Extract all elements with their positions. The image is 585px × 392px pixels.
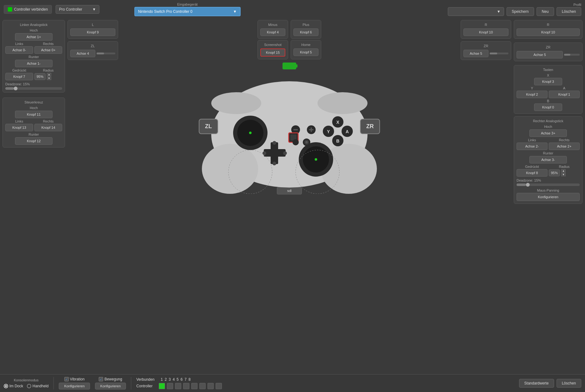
bewegung-checkbox[interactable]: ✓ Bewegung bbox=[99, 377, 122, 381]
left-radius-dropdown[interactable]: 95% bbox=[34, 73, 46, 80]
vibration-checkbox[interactable]: ✓ Vibration bbox=[64, 377, 85, 381]
zl-overlay-btn[interactable]: ZL bbox=[199, 119, 218, 134]
left-analog-panel: Linker Analogstick Hoch Achse 1+ Links A… bbox=[2, 20, 65, 93]
eingabe-label: Eingabegerät bbox=[177, 3, 198, 6]
ya-row: Y Knopf 2 A Knopf 1 bbox=[517, 86, 580, 98]
r-zr-section: R Knopf 10 ZR Achse 5 bbox=[461, 20, 511, 61]
im-dock-radio[interactable]: Im Dock bbox=[4, 384, 23, 388]
svg-text:A: A bbox=[346, 129, 349, 134]
zr-panel: ZR Achse 5 bbox=[461, 41, 511, 60]
svg-text:Y: Y bbox=[327, 129, 330, 134]
eingabe-dropdown[interactable]: Nintendo Switch Pro Controller 0 ▼ bbox=[134, 7, 241, 16]
minus-panel: Minus Knopf 4 bbox=[258, 20, 288, 39]
a-btn[interactable]: Knopf 1 bbox=[549, 91, 580, 98]
controller-label: Controller bbox=[136, 384, 152, 388]
verbunden-nums: 1 2 3 4 5 6 7 8 bbox=[161, 377, 191, 382]
zr-btn[interactable]: Achse 5 bbox=[463, 50, 488, 57]
right-links-btn[interactable]: Achse 2- bbox=[517, 143, 548, 150]
right-r-btn[interactable]: Knopf 10 bbox=[517, 28, 580, 36]
vibration-configure-btn[interactable]: Konfigurieren bbox=[59, 383, 90, 389]
standardwerte-button[interactable]: Standardwerte bbox=[519, 379, 554, 388]
neu-button[interactable]: Neu bbox=[537, 7, 554, 16]
handheld-label: Handheld bbox=[32, 384, 48, 388]
console-mode-radios: Im Dock Handheld bbox=[4, 384, 48, 388]
r-btn[interactable]: Knopf 10 bbox=[463, 28, 508, 36]
right-zr-btn[interactable]: Achse 5 bbox=[517, 51, 563, 58]
right-radius-up[interactable]: ▲ bbox=[561, 169, 566, 173]
zr-overlay-btn[interactable]: ZR bbox=[360, 119, 380, 134]
plus-panel: Plus Knopf 6 bbox=[291, 20, 321, 39]
right-radius-down[interactable]: ▼ bbox=[561, 173, 566, 176]
left-radius-up[interactable]: ▲ bbox=[47, 73, 51, 76]
ctrl-indicator-2 bbox=[167, 383, 173, 389]
left-hoch-btn[interactable]: Achse 1+ bbox=[15, 33, 52, 41]
profil-dropdown[interactable]: ▼ bbox=[448, 7, 504, 16]
right-deadzone-thumb[interactable] bbox=[526, 183, 530, 187]
dpad-hoch-btn[interactable]: Knopf 11 bbox=[15, 111, 52, 118]
verbunden-label: Verbunden bbox=[136, 377, 154, 382]
dpad-rechts-btn[interactable]: Knopf 14 bbox=[34, 124, 62, 131]
handheld-radio[interactable]: Handheld bbox=[27, 384, 48, 388]
minus-btn[interactable]: Knopf 4 bbox=[260, 28, 285, 36]
connect-label: Controller verbinden bbox=[14, 7, 48, 12]
dpad-links-btn[interactable]: Knopf 13 bbox=[5, 124, 33, 131]
top-bar: Controller verbinden Pro Controller ▼ Ei… bbox=[0, 0, 585, 19]
y-btn[interactable]: Knopf 2 bbox=[517, 91, 548, 98]
speichern-button[interactable]: Speichern bbox=[507, 7, 534, 16]
dpad-runter-btn[interactable]: Knopf 12 bbox=[15, 137, 52, 145]
rechts-label-left: Rechts bbox=[34, 42, 62, 46]
left-gedrückt-btn[interactable]: Knopf 7 bbox=[5, 73, 33, 80]
controller-indicators bbox=[159, 383, 222, 389]
zl-btn[interactable]: Achse 4 bbox=[70, 50, 95, 57]
radius-label-right: Radius bbox=[549, 165, 580, 168]
ctrl-indicator-5 bbox=[191, 383, 198, 389]
right-panel: R Knopf 10 ZR Achse 5 Tasten X K bbox=[514, 20, 582, 204]
profile-dropdown[interactable]: Pro Controller ▼ bbox=[56, 5, 99, 14]
plus-title: Plus bbox=[293, 23, 318, 27]
tasten-panel: Tasten X Knopf 3 Y Knopf 2 A Knopf 1 bbox=[514, 65, 582, 114]
connect-button[interactable]: Controller verbinden bbox=[4, 5, 52, 14]
left-links-btn[interactable]: Achse 0- bbox=[5, 46, 33, 54]
left-radius-down[interactable]: ▼ bbox=[47, 77, 51, 80]
left-runter-btn[interactable]: Achse 1- bbox=[15, 60, 52, 67]
num-8: 8 bbox=[188, 377, 191, 382]
screenshot-title: Screenshot bbox=[260, 43, 285, 47]
right-radius-dropdown[interactable]: 95% bbox=[549, 169, 560, 176]
screenshot-btn[interactable]: Knopf 15 bbox=[260, 48, 285, 57]
bottom-löschen-button[interactable]: Löschen bbox=[557, 379, 581, 388]
r-title: R bbox=[463, 23, 508, 27]
maus-konfigurieren-btn[interactable]: Konfigurieren bbox=[517, 193, 580, 201]
left-rechts-btn[interactable]: Achse 0+ bbox=[34, 46, 62, 54]
dpad-hoch-label: Hoch bbox=[5, 106, 62, 110]
vibration-check: ✓ bbox=[64, 377, 69, 381]
zr-title: ZR bbox=[463, 44, 508, 48]
right-zr-title: ZR bbox=[517, 45, 580, 49]
divider-1 bbox=[53, 377, 54, 389]
links-label-left: Links bbox=[5, 42, 33, 46]
right-hoch-btn[interactable]: Achse 3+ bbox=[529, 129, 567, 137]
löschen-button[interactable]: Löschen bbox=[557, 7, 581, 16]
left-radius-value: 95% bbox=[37, 75, 43, 78]
bewegung-configure-btn[interactable]: Konfigurieren bbox=[95, 383, 126, 389]
num-6: 6 bbox=[181, 377, 183, 382]
zr-overlay: ZR bbox=[360, 119, 380, 134]
home-btn[interactable]: Knopf 5 bbox=[293, 48, 318, 56]
right-gedrückt-btn[interactable]: Knopf 8 bbox=[517, 169, 548, 177]
l-btn[interactable]: Knopf 9 bbox=[70, 28, 115, 36]
right-runter-btn[interactable]: Achse 3- bbox=[529, 156, 567, 163]
profil-arrow: ▼ bbox=[497, 9, 501, 14]
svg-rect-10 bbox=[264, 149, 286, 157]
x-btn[interactable]: Knopf 3 bbox=[534, 78, 562, 85]
svg-point-25 bbox=[305, 141, 308, 143]
ctrl-indicator-1 bbox=[159, 383, 165, 389]
zr-row: Achse 5 bbox=[463, 50, 508, 57]
svg-point-14 bbox=[283, 151, 287, 155]
home-title: Home bbox=[293, 43, 318, 47]
left-deadzone-thumb[interactable] bbox=[14, 87, 18, 90]
b-btn[interactable]: Knopf 0 bbox=[534, 103, 562, 111]
maus-panning-label: Maus-Panning bbox=[517, 188, 580, 192]
plus-btn[interactable]: Knopf 6 bbox=[293, 28, 318, 36]
right-rechts-btn[interactable]: Achse 2+ bbox=[549, 143, 580, 150]
battery-tip bbox=[296, 64, 298, 68]
right-gedrückt-radius: Gedrückt Knopf 8 Radius 95% ▲ ▼ bbox=[517, 165, 580, 177]
